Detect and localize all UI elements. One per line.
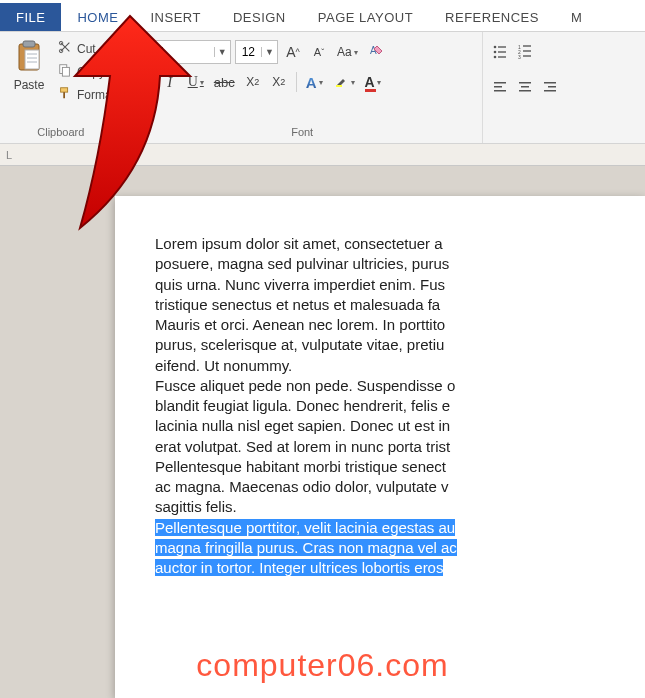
svg-rect-32 (544, 82, 556, 84)
font-size-combo[interactable]: 12 ▼ (235, 40, 278, 64)
tab-insert[interactable]: INSERT (134, 3, 216, 31)
svg-point-14 (493, 45, 496, 48)
italic-button[interactable]: I (159, 70, 181, 94)
svg-rect-31 (519, 90, 531, 92)
body-text: purus, scelerisque at, vulputate vitae, … (155, 335, 645, 355)
ribbon-tab-strip: FILE HOME INSERT DESIGN PAGE LAYOUT REFE… (0, 0, 645, 32)
tab-file[interactable]: FILE (0, 3, 61, 31)
svg-rect-33 (548, 86, 556, 88)
shrink-font-button[interactable]: Aˇ (308, 40, 330, 64)
ruler: L (0, 144, 645, 166)
selected-text: Pellentesque porttitor, velit lacinia eg… (155, 518, 645, 538)
tab-page-layout[interactable]: PAGE LAYOUT (302, 3, 429, 31)
body-text: Mauris et orci. Aenean nec lorem. In por… (155, 315, 645, 335)
align-left-button[interactable] (489, 76, 511, 100)
format-painter-button[interactable]: Forma (58, 86, 112, 103)
align-left-icon (492, 79, 508, 98)
group-clipboard: Paste Cut Copy (0, 32, 123, 143)
paste-button[interactable]: Paste (6, 36, 52, 124)
underline-button[interactable]: U▾ (185, 70, 207, 94)
chevron-down-icon: ▾ (319, 78, 323, 87)
bold-button[interactable]: B (133, 70, 155, 94)
caret-down-icon: ˇ (321, 47, 324, 57)
chevron-down-icon: ▾ (377, 78, 381, 87)
document-canvas: Lorem ipsum dolor sit amet, consectetuer… (0, 166, 645, 698)
align-right-button[interactable] (539, 76, 561, 100)
body-text: eifend. Ut nonummy. (155, 356, 645, 376)
tab-references[interactable]: REFERENCES (429, 3, 555, 31)
highlighter-icon (333, 73, 349, 92)
chevron-down-icon: ▾ (354, 48, 358, 57)
svg-rect-10 (61, 88, 68, 92)
grow-font-button[interactable]: A^ (282, 40, 304, 64)
format-painter-label: Forma (77, 88, 112, 102)
ruler-tab-marker: L (6, 149, 12, 161)
body-text: erat volutpat. Sed at lorem in nunc port… (155, 437, 645, 457)
font-family-combo[interactable]: Arial ▼ (133, 40, 231, 64)
svg-rect-27 (494, 86, 502, 88)
svg-point-18 (493, 55, 496, 58)
svg-rect-28 (494, 90, 506, 92)
highlight-button[interactable]: ▾ (330, 70, 358, 94)
text-effects-button[interactable]: A ▾ (303, 70, 326, 94)
change-case-button[interactable]: Aa▾ (334, 40, 361, 64)
font-color-button[interactable]: A ▾ (362, 70, 384, 94)
page[interactable]: Lorem ipsum dolor sit amet, consectetuer… (115, 196, 645, 698)
svg-rect-21 (523, 45, 531, 47)
align-center-icon (517, 79, 533, 98)
paste-label: Paste (14, 78, 45, 92)
numbering-button[interactable]: 123 (514, 40, 536, 64)
text-effects-icon: A (306, 74, 317, 91)
body-text: Lorem ipsum dolor sit amet, consectetuer… (155, 234, 645, 254)
svg-rect-29 (519, 82, 531, 84)
tab-design[interactable]: DESIGN (217, 3, 302, 31)
svg-point-16 (493, 50, 496, 53)
numbering-icon: 123 (517, 43, 533, 62)
svg-rect-30 (521, 86, 529, 88)
svg-rect-11 (63, 92, 65, 98)
body-text: blandit feugiat ligula. Donec hendrerit,… (155, 396, 645, 416)
divider (296, 72, 297, 92)
chevron-down-icon: ▼ (261, 47, 277, 57)
superscript-button[interactable]: X2 (268, 70, 290, 94)
svg-text:3: 3 (518, 54, 521, 59)
chevron-down-icon: ▼ (214, 47, 230, 57)
body-text: ac magna. Maecenas odio dolor, vulputate… (155, 477, 645, 497)
cut-button[interactable]: Cut (58, 40, 112, 57)
align-center-button[interactable] (514, 76, 536, 100)
cut-label: Cut (77, 42, 96, 56)
clear-formatting-button[interactable]: A (365, 40, 387, 64)
svg-rect-26 (494, 82, 506, 84)
body-text: posuere, magna sed pulvinar ultricies, p… (155, 254, 645, 274)
group-font-label: Font (129, 124, 476, 141)
format-painter-icon (58, 86, 72, 103)
copy-icon (58, 63, 72, 80)
selected-text: magna fringilla purus. Cras non magna ve… (155, 538, 645, 558)
svg-rect-17 (498, 51, 506, 53)
svg-rect-23 (523, 50, 531, 52)
bullets-icon (492, 43, 508, 62)
svg-rect-25 (523, 55, 531, 57)
eraser-icon: A (368, 43, 384, 62)
scissors-icon (58, 40, 72, 57)
group-paragraph: 123 (483, 32, 567, 143)
subscript-button[interactable]: X2 (242, 70, 264, 94)
color-swatch-icon (365, 89, 376, 92)
body-text: quis urna. Nunc viverra imperdiet enim. … (155, 275, 645, 295)
group-font: Arial ▼ 12 ▼ A^ Aˇ Aa▾ A B I (123, 32, 483, 143)
chevron-down-icon: ▾ (351, 78, 355, 87)
bullets-button[interactable] (489, 40, 511, 64)
svg-rect-15 (498, 46, 506, 48)
paste-icon (15, 40, 43, 76)
strikethrough-button[interactable]: abc (211, 70, 238, 94)
body-text: tristique senectus et netus et malesuada… (155, 295, 645, 315)
copy-button[interactable]: Copy (58, 63, 112, 80)
svg-rect-13 (336, 85, 342, 87)
group-clipboard-label: Clipboard (6, 124, 116, 141)
body-text: Fusce aliquet pede non pede. Suspendisse… (155, 376, 645, 396)
font-family-value: Arial (134, 45, 214, 59)
align-right-icon (542, 79, 558, 98)
body-text: lacinia nulla nisl eget sapien. Donec ut… (155, 416, 645, 436)
tab-more[interactable]: M (555, 3, 598, 31)
tab-home[interactable]: HOME (61, 3, 134, 31)
